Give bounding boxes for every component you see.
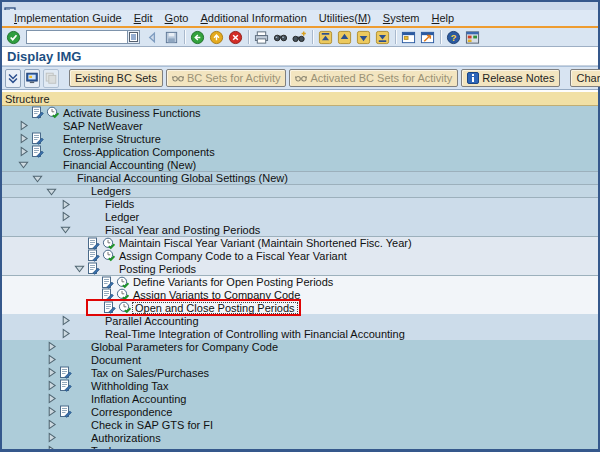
help-button[interactable]: ? [444,29,463,45]
tree-node-label[interactable]: Real-Time Integration of Controlling wit… [102,328,408,340]
menu-edit[interactable]: Edit [128,12,159,24]
doc-icon[interactable] [30,132,45,145]
expand-arrow-icon[interactable] [44,392,58,405]
menu-help[interactable]: Help [426,12,461,24]
page-title: Display IMG [7,49,81,64]
icon-spacer [58,340,73,353]
activity-icon[interactable] [115,276,130,289]
menu-additional-information[interactable]: Additional Information [194,12,312,24]
tree-node-label[interactable]: Check in SAP GTS for FI [88,419,216,431]
collapse-arrow-icon[interactable] [44,185,58,198]
find-next-button[interactable] [290,29,309,45]
expand-arrow-icon[interactable] [44,340,58,353]
tree-node-label[interactable]: SAP NetWeaver [60,120,146,132]
tree-node-label[interactable]: Posting Periods [116,263,199,275]
expand-arrow-icon[interactable] [44,418,58,431]
expand-arrow-icon[interactable] [44,379,58,392]
expand-arrow-icon[interactable] [44,366,58,379]
activity-icon[interactable] [101,249,116,262]
tree-node-label[interactable]: Ledgers [88,185,134,197]
save-button[interactable] [162,29,181,45]
double-chevron-button[interactable] [5,69,21,88]
tree-node-label[interactable]: Authorizations [88,432,164,444]
shortcut-button[interactable] [418,29,437,45]
enter-button[interactable] [4,29,23,45]
tree-node-label[interactable]: Financial Accounting Global Settings (Ne… [74,172,291,184]
tree-node-label[interactable]: Tax on Sales/Purchases [88,367,212,379]
release-notes-button[interactable]: Release Notes [461,69,560,87]
page-up-button[interactable] [335,29,354,45]
expand-arrow-icon[interactable] [58,210,72,223]
collapse-arrow-icon[interactable] [16,158,30,171]
back-button[interactable] [188,29,207,45]
tree-node-label[interactable]: Activate Business Functions [60,107,204,119]
expand-arrow-icon[interactable] [44,431,58,444]
tree-node-label[interactable]: Fields [102,198,137,210]
exit-button[interactable] [207,29,226,45]
doc-icon[interactable] [86,262,101,275]
activity-icon[interactable] [45,106,60,119]
cancel-button[interactable] [226,29,245,45]
tree-node-label[interactable]: Inflation Accounting [88,393,189,405]
print-button[interactable] [252,29,271,45]
tree-node-label[interactable]: Correspondence [88,406,175,418]
doc-icon[interactable] [58,366,73,379]
menu-implementation-guide[interactable]: Implementation Guide [8,12,128,24]
bc-sets-for-activity-button[interactable]: BC Sets for Activity [166,69,287,87]
doc-icon[interactable] [102,301,117,314]
activated-bc-sets-for-activity-button[interactable]: Activated BC Sets for Activity [289,69,458,87]
existing-bc-sets-button[interactable]: Existing BC Sets [69,69,163,87]
expand-arrow-icon[interactable] [16,145,30,158]
tree-node-label[interactable]: Open and Close Posting Periods [132,302,298,314]
change-log-button[interactable]: Change Log [570,69,600,87]
tree-node-label[interactable]: Financial Accounting (New) [60,159,199,171]
find-button[interactable] [271,29,290,45]
doc-icon[interactable] [30,145,45,158]
new-session-button[interactable] [399,29,418,45]
collapse-arrow-icon[interactable] [30,172,44,185]
doc-icon[interactable] [100,276,115,289]
tree-node-label[interactable]: Global Parameters for Company Code [88,341,281,353]
copy-button[interactable] [43,69,59,88]
expand-arrow-icon[interactable] [58,198,72,211]
doc-icon[interactable] [58,405,73,418]
doc-icon[interactable] [30,106,45,119]
expand-arrow-icon[interactable] [44,444,58,449]
doc-icon[interactable] [86,249,101,262]
activity-icon[interactable] [101,237,116,250]
collapse-arrow-icon[interactable] [58,223,72,236]
back-triangle-button[interactable] [143,29,162,45]
tree-node-label[interactable]: Maintain Fiscal Year Variant (Maintain S… [116,237,415,249]
expand-arrow-icon[interactable] [44,405,58,418]
expand-arrow-icon[interactable] [16,132,30,145]
collapse-arrow-icon[interactable] [72,262,86,275]
tree-node-label[interactable]: Define Variants for Open Posting Periods [130,276,336,288]
command-input[interactable] [26,30,127,44]
expand-arrow-icon[interactable] [58,327,72,340]
tree-node-label[interactable]: Cross-Application Components [60,146,218,158]
activity-icon[interactable] [117,301,132,314]
expand-arrow-icon[interactable] [44,353,58,366]
command-history-dropdown[interactable] [127,30,140,44]
expand-arrow-icon[interactable] [58,314,72,327]
doc-icon[interactable] [86,237,101,250]
display-button[interactable] [24,69,40,88]
tree-node-label[interactable]: Ledger [102,211,142,223]
tree-node-label[interactable]: Assign Company Code to a Fiscal Year Var… [116,250,350,262]
tree-node-label[interactable]: Tools [88,445,120,450]
menu-goto[interactable]: Goto [159,12,195,24]
menu-system[interactable]: System [377,12,426,24]
customize-button[interactable] [463,29,482,45]
expand-arrow-icon[interactable] [16,119,30,132]
tree-node-label[interactable]: Document [88,354,144,366]
last-page-button[interactable] [373,29,392,45]
doc-icon[interactable] [58,379,73,392]
menu-utilities-m[interactable]: Utilities(M) [313,12,377,24]
first-page-button[interactable] [316,29,335,45]
tree-node-label[interactable]: Fiscal Year and Posting Periods [102,224,263,236]
toolbar-separator [312,30,313,44]
tree-node-label[interactable]: Enterprise Structure [60,133,164,145]
tree-node-label[interactable]: Withholding Tax [88,380,171,392]
tree-node-label[interactable]: Parallel Accounting [102,315,202,327]
page-down-button[interactable] [354,29,373,45]
